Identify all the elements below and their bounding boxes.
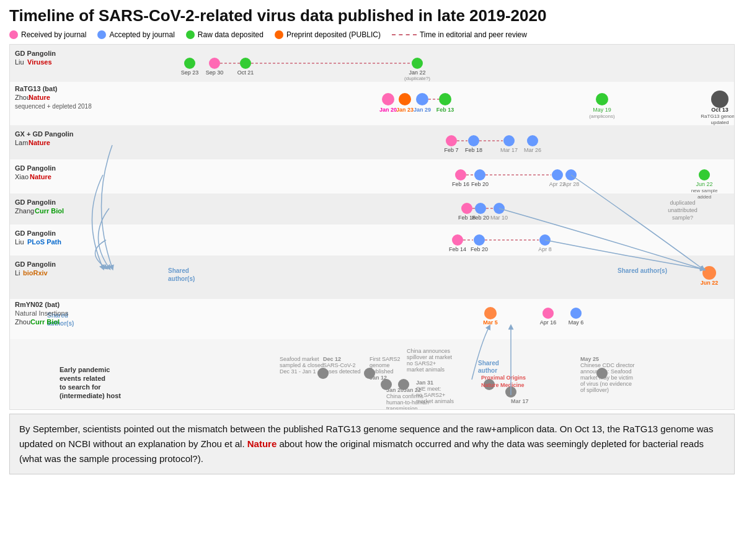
svg-text:Jan 20: Jan 20 (386, 387, 404, 393)
svg-text:GD Pangolin: GD Pangolin (15, 164, 56, 172)
svg-text:no SARS2+: no SARS2+ (407, 360, 436, 367)
raw-label: Raw data deposited (198, 30, 264, 39)
accepted-dot (97, 30, 106, 39)
svg-text:Seafood market: Seafood market (280, 356, 319, 362)
svg-text:Liu: Liu (15, 238, 24, 246)
svg-text:(intermediate) host: (intermediate) host (60, 392, 121, 399)
svg-text:spillover at market: spillover at market (407, 354, 453, 360)
svg-text:Xiao: Xiao (15, 173, 29, 180)
svg-text:Shared author(s): Shared author(s) (618, 267, 667, 274)
svg-text:Shared: Shared (478, 360, 499, 367)
svg-text:China confirms: China confirms (386, 393, 424, 399)
svg-text:Natural Insertions: Natural Insertions (15, 309, 69, 317)
svg-rect-4 (10, 193, 734, 224)
legend-time: Time in editorial and peer review (392, 30, 527, 39)
svg-text:unattributed: unattributed (668, 207, 698, 213)
svg-text:May 25: May 25 (580, 356, 599, 362)
svg-rect-8 (10, 339, 734, 401)
svg-text:market animals: market animals (407, 367, 445, 373)
svg-text:Lam: Lam (15, 139, 28, 146)
legend-preprint: Preprint deposited (PUBLIC) (275, 30, 381, 39)
svg-point-94 (539, 234, 551, 246)
svg-text:Shared: Shared (47, 312, 68, 319)
svg-point-36 (596, 93, 608, 105)
svg-text:Jun 22: Jun 22 (701, 280, 719, 286)
svg-text:human-to-human: human-to-human (386, 399, 429, 406)
svg-text:GD Pangolin: GD Pangolin (15, 260, 56, 268)
svg-text:Mar 17: Mar 17 (500, 147, 518, 153)
svg-point-14 (412, 58, 423, 69)
legend-received: Received by journal (9, 30, 86, 39)
timeline-svg: Sep 23 Sep 30 Oct 21 Jan 22 (duplicate?)… (10, 45, 734, 409)
svg-text:no SARS2+: no SARS2+ (416, 392, 445, 398)
svg-text:new sample: new sample (691, 188, 718, 193)
svg-text:author(s): author(s) (168, 275, 195, 282)
page-title: Timeline of SARS-CoV-2-related virus dat… (9, 6, 735, 25)
svg-point-46 (446, 135, 457, 146)
svg-rect-0 (10, 45, 734, 82)
svg-point-29 (416, 93, 428, 105)
svg-point-105 (702, 266, 716, 280)
svg-text:Feb 20: Feb 20 (471, 246, 488, 252)
svg-text:Feb 16: Feb 16 (452, 181, 469, 187)
dashed-line-icon (392, 34, 417, 35)
svg-text:Sep 23: Sep 23 (181, 69, 199, 76)
svg-text:Oct 13: Oct 13 (711, 107, 728, 113)
svg-rect-2 (10, 125, 734, 159)
svg-text:bioRxiv: bioRxiv (23, 269, 48, 277)
svg-text:Feb 18: Feb 18 (465, 147, 482, 153)
svg-point-115 (570, 308, 582, 319)
svg-point-92 (474, 234, 485, 246)
svg-text:author(s): author(s) (47, 320, 74, 327)
svg-text:author: author (478, 367, 497, 374)
svg-text:market may be victim: market may be victim (580, 375, 633, 381)
svg-text:Feb 20: Feb 20 (471, 181, 489, 187)
svg-point-76 (461, 203, 472, 214)
svg-text:Feb 14: Feb 14 (449, 246, 466, 252)
svg-point-113 (484, 307, 497, 319)
svg-text:(duplicate?): (duplicate?) (404, 76, 430, 81)
svg-point-124 (505, 386, 516, 398)
svg-text:China announces: China announces (407, 348, 451, 354)
svg-text:RmYN02 (bat): RmYN02 (bat) (15, 301, 60, 308)
svg-point-27 (382, 93, 394, 105)
preprint-dot (275, 30, 283, 39)
svg-text:of virus (no evidence: of virus (no evidence (580, 381, 632, 387)
svg-text:Dec 12: Dec 12 (323, 356, 341, 362)
svg-text:Jan 12: Jan 12 (370, 375, 387, 381)
svg-text:published: published (370, 368, 394, 375)
svg-rect-5 (10, 224, 734, 256)
timeline-area: ▼ Sep 23 (9, 44, 735, 410)
svg-text:Feb 7: Feb 7 (444, 147, 458, 153)
svg-text:PLoS Path: PLoS Path (27, 238, 61, 246)
svg-text:May 6: May 6 (569, 319, 584, 326)
svg-text:Zhou: Zhou (15, 318, 30, 326)
svg-point-50 (503, 135, 515, 146)
legend-raw: Raw data deposited (186, 30, 264, 39)
svg-point-51 (527, 135, 538, 146)
svg-text:Liu: Liu (15, 58, 24, 66)
svg-text:Proximal Origins: Proximal Origins (481, 375, 526, 381)
svg-text:Mar 17: Mar 17 (511, 398, 529, 404)
svg-text:Apr 28: Apr 28 (563, 181, 580, 187)
svg-point-39 (711, 91, 728, 108)
svg-text:GX + GD Pangolin: GX + GD Pangolin (15, 130, 74, 138)
svg-text:sampled & closed: sampled & closed (280, 362, 324, 368)
svg-point-120 (364, 368, 375, 379)
svg-text:events related: events related (60, 375, 105, 382)
svg-text:May 19: May 19 (593, 107, 611, 113)
svg-text:RaTG13 genome: RaTG13 genome (701, 113, 734, 119)
svg-text:to search for: to search for (60, 383, 101, 391)
svg-text:Feb 20: Feb 20 (472, 215, 489, 221)
svg-text:announces: Seafood: announces: Seafood (580, 368, 632, 375)
svg-point-10 (209, 58, 220, 69)
svg-text:Viruses: Viruses (27, 58, 52, 66)
svg-text:Feb 13: Feb 13 (436, 107, 454, 113)
svg-point-119 (317, 368, 329, 379)
svg-text:genome: genome (370, 362, 390, 368)
svg-point-80 (494, 203, 505, 214)
svg-text:GD Pangolin: GD Pangolin (15, 50, 56, 57)
svg-text:Li: Li (15, 269, 20, 277)
svg-rect-1 (10, 82, 734, 125)
svg-point-125 (596, 368, 608, 379)
